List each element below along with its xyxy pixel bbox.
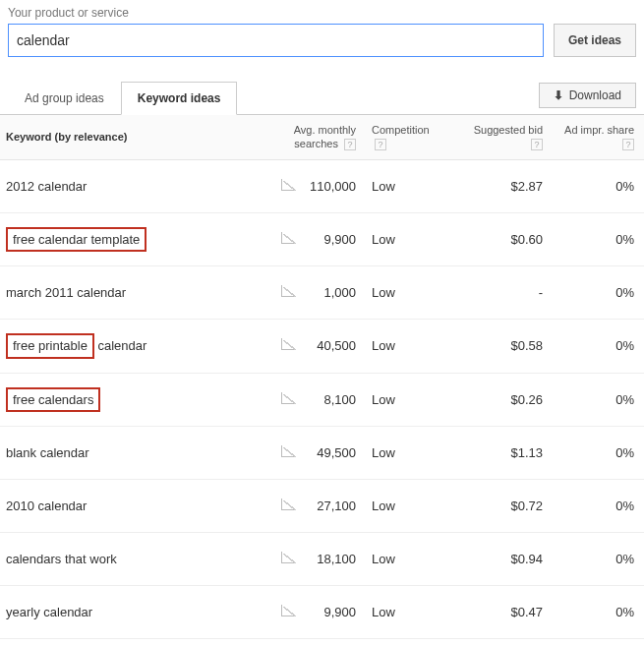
competition-cell: Low bbox=[366, 639, 454, 645]
searches-cell: 18,100 bbox=[299, 639, 366, 645]
searches-cell: 110,000 bbox=[299, 159, 366, 212]
table-row: 2010 calendar27,100Low$0.720% bbox=[0, 480, 644, 533]
trend-chart-icon-cell[interactable] bbox=[275, 320, 299, 374]
keyword-cell[interactable]: yearly calendar bbox=[0, 586, 275, 639]
chart-icon bbox=[281, 338, 295, 350]
table-row: 2012 calendar110,000Low$2.870% bbox=[0, 159, 644, 212]
keyword-cell[interactable]: free calendars bbox=[0, 373, 275, 427]
table-row: free calendars8,100Low$0.260% bbox=[0, 373, 644, 427]
table-row: blank calendar49,500Low$1.130% bbox=[0, 427, 644, 480]
bid-cell: $0.60 bbox=[454, 212, 553, 266]
competition-cell: Low bbox=[366, 266, 454, 320]
share-cell: 0% bbox=[553, 427, 644, 480]
searches-cell: 8,100 bbox=[299, 373, 366, 427]
competition-cell: Low bbox=[366, 427, 454, 480]
trend-chart-icon-cell[interactable] bbox=[275, 480, 299, 533]
download-label: Download bbox=[569, 88, 621, 102]
trend-chart-icon-cell[interactable] bbox=[275, 586, 299, 639]
search-label: Your product or service bbox=[8, 6, 636, 20]
share-cell: 0% bbox=[553, 373, 644, 427]
trend-chart-icon-cell[interactable] bbox=[275, 427, 299, 480]
bid-cell: $0.26 bbox=[454, 373, 553, 427]
bid-cell: $0.75 bbox=[454, 639, 553, 645]
table-row: free calendar template9,900Low$0.600% bbox=[0, 212, 644, 266]
chart-icon bbox=[281, 498, 295, 510]
competition-cell: Low bbox=[366, 480, 454, 533]
search-input[interactable] bbox=[8, 24, 544, 57]
col-competition[interactable]: Competition ? bbox=[366, 115, 454, 159]
keyword-cell[interactable]: free printable calendar bbox=[0, 320, 275, 374]
download-icon: ⬇ bbox=[554, 88, 563, 102]
chart-icon bbox=[281, 285, 295, 297]
help-icon[interactable]: ? bbox=[622, 139, 634, 150]
table-row: calendars that work18,100Low$0.940% bbox=[0, 533, 644, 586]
share-cell: 0% bbox=[553, 266, 644, 320]
share-cell: 0% bbox=[553, 586, 644, 639]
help-icon[interactable]: ? bbox=[375, 139, 386, 150]
tab-keyword-ideas[interactable]: Keyword ideas bbox=[121, 82, 238, 115]
keyword-table: Keyword (by relevance) Avg. monthly sear… bbox=[0, 115, 644, 645]
share-cell: 0% bbox=[553, 159, 644, 212]
chart-icon bbox=[281, 392, 295, 404]
table-row: printable calendars18,100Low$0.750% bbox=[0, 639, 644, 645]
table-header-row: Keyword (by relevance) Avg. monthly sear… bbox=[0, 115, 644, 159]
keyword-cell[interactable]: 2010 calendar bbox=[0, 480, 275, 533]
col-share[interactable]: Ad impr. share ? bbox=[553, 115, 644, 159]
help-icon[interactable]: ? bbox=[344, 139, 356, 150]
searches-cell: 18,100 bbox=[299, 533, 366, 586]
keyword-cell[interactable]: march 2011 calendar bbox=[0, 266, 275, 320]
keyword-cell[interactable]: 2012 calendar bbox=[0, 159, 275, 212]
keyword-cell[interactable]: blank calendar bbox=[0, 427, 275, 480]
searches-cell: 49,500 bbox=[299, 427, 366, 480]
help-icon[interactable]: ? bbox=[531, 139, 543, 150]
share-cell: 0% bbox=[553, 212, 644, 266]
col-searches[interactable]: Avg. monthly searches ? bbox=[275, 115, 366, 159]
keyword-cell[interactable]: free calendar template bbox=[0, 212, 275, 266]
searches-cell: 9,900 bbox=[299, 212, 366, 266]
chart-icon bbox=[281, 179, 295, 191]
keyword-cell[interactable]: calendars that work bbox=[0, 533, 275, 586]
col-keyword[interactable]: Keyword (by relevance) bbox=[0, 115, 275, 159]
competition-cell: Low bbox=[366, 159, 454, 212]
trend-chart-icon-cell[interactable] bbox=[275, 212, 299, 266]
share-cell: 0% bbox=[553, 320, 644, 374]
competition-cell: Low bbox=[366, 533, 454, 586]
trend-chart-icon-cell[interactable] bbox=[275, 533, 299, 586]
competition-cell: Low bbox=[366, 373, 454, 427]
table-row: yearly calendar9,900Low$0.470% bbox=[0, 586, 644, 639]
competition-cell: Low bbox=[366, 212, 454, 266]
chart-icon bbox=[281, 552, 295, 563]
competition-cell: Low bbox=[366, 586, 454, 639]
bid-cell: $0.94 bbox=[454, 533, 553, 586]
get-ideas-button[interactable]: Get ideas bbox=[554, 24, 636, 57]
trend-chart-icon-cell[interactable] bbox=[275, 373, 299, 427]
searches-cell: 40,500 bbox=[299, 320, 366, 374]
bid-cell: $0.72 bbox=[454, 480, 553, 533]
keyword-cell[interactable]: printable calendars bbox=[0, 639, 275, 645]
share-cell: 0% bbox=[553, 480, 644, 533]
share-cell: 0% bbox=[553, 533, 644, 586]
chart-icon bbox=[281, 445, 295, 457]
chart-icon bbox=[281, 605, 295, 616]
searches-cell: 27,100 bbox=[299, 480, 366, 533]
trend-chart-icon-cell[interactable] bbox=[275, 639, 299, 645]
tab-ad-group-ideas[interactable]: Ad group ideas bbox=[8, 82, 121, 115]
bid-cell: - bbox=[454, 266, 553, 320]
searches-cell: 1,000 bbox=[299, 266, 366, 320]
trend-chart-icon-cell[interactable] bbox=[275, 159, 299, 212]
bid-cell: $0.58 bbox=[454, 320, 553, 374]
table-row: free printable calendar40,500Low$0.580% bbox=[0, 320, 644, 374]
share-cell: 0% bbox=[553, 639, 644, 645]
col-bid[interactable]: Suggested bid ? bbox=[454, 115, 553, 159]
bid-cell: $1.13 bbox=[454, 427, 553, 480]
bid-cell: $0.47 bbox=[454, 586, 553, 639]
trend-chart-icon-cell[interactable] bbox=[275, 266, 299, 320]
chart-icon bbox=[281, 232, 295, 244]
bid-cell: $2.87 bbox=[454, 159, 553, 212]
competition-cell: Low bbox=[366, 320, 454, 374]
searches-cell: 9,900 bbox=[299, 586, 366, 639]
download-button[interactable]: ⬇ Download bbox=[539, 83, 636, 108]
table-row: march 2011 calendar1,000Low-0% bbox=[0, 266, 644, 320]
